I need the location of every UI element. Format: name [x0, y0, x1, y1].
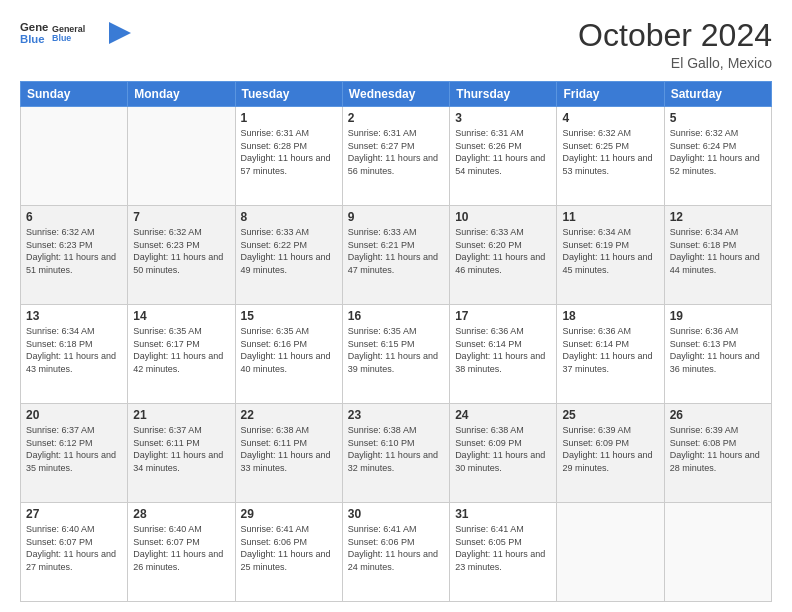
calendar-cell: 7Sunrise: 6:32 AMSunset: 6:23 PMDaylight… — [128, 206, 235, 305]
day-info: Sunrise: 6:39 AMSunset: 6:09 PMDaylight:… — [562, 424, 658, 474]
calendar-cell: 12Sunrise: 6:34 AMSunset: 6:18 PMDayligh… — [664, 206, 771, 305]
calendar-cell: 1Sunrise: 6:31 AMSunset: 6:28 PMDaylight… — [235, 107, 342, 206]
day-info: Sunrise: 6:32 AMSunset: 6:25 PMDaylight:… — [562, 127, 658, 177]
day-info: Sunrise: 6:40 AMSunset: 6:07 PMDaylight:… — [26, 523, 122, 573]
calendar-cell: 21Sunrise: 6:37 AMSunset: 6:11 PMDayligh… — [128, 404, 235, 503]
day-info: Sunrise: 6:35 AMSunset: 6:17 PMDaylight:… — [133, 325, 229, 375]
day-number: 20 — [26, 408, 122, 422]
subtitle: El Gallo, Mexico — [578, 55, 772, 71]
calendar-cell: 10Sunrise: 6:33 AMSunset: 6:20 PMDayligh… — [450, 206, 557, 305]
day-number: 1 — [241, 111, 337, 125]
calendar-cell — [557, 503, 664, 602]
day-info: Sunrise: 6:41 AMSunset: 6:06 PMDaylight:… — [348, 523, 444, 573]
calendar-cell: 2Sunrise: 6:31 AMSunset: 6:27 PMDaylight… — [342, 107, 449, 206]
calendar-cell: 30Sunrise: 6:41 AMSunset: 6:06 PMDayligh… — [342, 503, 449, 602]
day-number: 7 — [133, 210, 229, 224]
calendar-cell — [664, 503, 771, 602]
day-number: 12 — [670, 210, 766, 224]
day-info: Sunrise: 6:31 AMSunset: 6:26 PMDaylight:… — [455, 127, 551, 177]
day-info: Sunrise: 6:33 AMSunset: 6:22 PMDaylight:… — [241, 226, 337, 276]
day-number: 17 — [455, 309, 551, 323]
day-number: 14 — [133, 309, 229, 323]
header-saturday: Saturday — [664, 82, 771, 107]
svg-text:General: General — [20, 21, 48, 33]
day-info: Sunrise: 6:34 AMSunset: 6:18 PMDaylight:… — [26, 325, 122, 375]
header-friday: Friday — [557, 82, 664, 107]
day-number: 31 — [455, 507, 551, 521]
day-info: Sunrise: 6:41 AMSunset: 6:05 PMDaylight:… — [455, 523, 551, 573]
calendar-cell: 17Sunrise: 6:36 AMSunset: 6:14 PMDayligh… — [450, 305, 557, 404]
day-info: Sunrise: 6:41 AMSunset: 6:06 PMDaylight:… — [241, 523, 337, 573]
day-number: 8 — [241, 210, 337, 224]
calendar-cell: 26Sunrise: 6:39 AMSunset: 6:08 PMDayligh… — [664, 404, 771, 503]
day-info: Sunrise: 6:35 AMSunset: 6:15 PMDaylight:… — [348, 325, 444, 375]
calendar-cell: 5Sunrise: 6:32 AMSunset: 6:24 PMDaylight… — [664, 107, 771, 206]
header-tuesday: Tuesday — [235, 82, 342, 107]
calendar-cell: 23Sunrise: 6:38 AMSunset: 6:10 PMDayligh… — [342, 404, 449, 503]
header-monday: Monday — [128, 82, 235, 107]
calendar-cell: 29Sunrise: 6:41 AMSunset: 6:06 PMDayligh… — [235, 503, 342, 602]
day-info: Sunrise: 6:37 AMSunset: 6:12 PMDaylight:… — [26, 424, 122, 474]
calendar-week-row: 1Sunrise: 6:31 AMSunset: 6:28 PMDaylight… — [21, 107, 772, 206]
day-info: Sunrise: 6:40 AMSunset: 6:07 PMDaylight:… — [133, 523, 229, 573]
main-title: October 2024 — [578, 18, 772, 53]
calendar-cell: 22Sunrise: 6:38 AMSunset: 6:11 PMDayligh… — [235, 404, 342, 503]
day-info: Sunrise: 6:34 AMSunset: 6:18 PMDaylight:… — [670, 226, 766, 276]
day-info: Sunrise: 6:36 AMSunset: 6:14 PMDaylight:… — [455, 325, 551, 375]
calendar-cell: 11Sunrise: 6:34 AMSunset: 6:19 PMDayligh… — [557, 206, 664, 305]
day-number: 28 — [133, 507, 229, 521]
day-number: 10 — [455, 210, 551, 224]
calendar-cell: 24Sunrise: 6:38 AMSunset: 6:09 PMDayligh… — [450, 404, 557, 503]
svg-text:Blue: Blue — [52, 33, 71, 43]
day-number: 24 — [455, 408, 551, 422]
day-info: Sunrise: 6:38 AMSunset: 6:09 PMDaylight:… — [455, 424, 551, 474]
calendar-week-row: 6Sunrise: 6:32 AMSunset: 6:23 PMDaylight… — [21, 206, 772, 305]
calendar-cell: 18Sunrise: 6:36 AMSunset: 6:14 PMDayligh… — [557, 305, 664, 404]
day-number: 25 — [562, 408, 658, 422]
day-info: Sunrise: 6:31 AMSunset: 6:27 PMDaylight:… — [348, 127, 444, 177]
day-number: 23 — [348, 408, 444, 422]
day-info: Sunrise: 6:33 AMSunset: 6:21 PMDaylight:… — [348, 226, 444, 276]
day-number: 3 — [455, 111, 551, 125]
day-info: Sunrise: 6:38 AMSunset: 6:11 PMDaylight:… — [241, 424, 337, 474]
calendar-cell: 8Sunrise: 6:33 AMSunset: 6:22 PMDaylight… — [235, 206, 342, 305]
calendar-cell: 28Sunrise: 6:40 AMSunset: 6:07 PMDayligh… — [128, 503, 235, 602]
day-info: Sunrise: 6:36 AMSunset: 6:13 PMDaylight:… — [670, 325, 766, 375]
day-number: 30 — [348, 507, 444, 521]
calendar-cell: 31Sunrise: 6:41 AMSunset: 6:05 PMDayligh… — [450, 503, 557, 602]
svg-marker-5 — [109, 22, 131, 44]
calendar-table: Sunday Monday Tuesday Wednesday Thursday… — [20, 81, 772, 602]
calendar-cell: 3Sunrise: 6:31 AMSunset: 6:26 PMDaylight… — [450, 107, 557, 206]
day-info: Sunrise: 6:32 AMSunset: 6:23 PMDaylight:… — [26, 226, 122, 276]
svg-text:Blue: Blue — [20, 33, 45, 45]
calendar-cell — [128, 107, 235, 206]
day-number: 21 — [133, 408, 229, 422]
calendar-cell: 25Sunrise: 6:39 AMSunset: 6:09 PMDayligh… — [557, 404, 664, 503]
logo-svg: General Blue — [52, 18, 107, 48]
calendar-cell: 9Sunrise: 6:33 AMSunset: 6:21 PMDaylight… — [342, 206, 449, 305]
title-block: October 2024 El Gallo, Mexico — [578, 18, 772, 71]
day-info: Sunrise: 6:32 AMSunset: 6:24 PMDaylight:… — [670, 127, 766, 177]
calendar-cell: 20Sunrise: 6:37 AMSunset: 6:12 PMDayligh… — [21, 404, 128, 503]
calendar-cell: 6Sunrise: 6:32 AMSunset: 6:23 PMDaylight… — [21, 206, 128, 305]
calendar-cell: 27Sunrise: 6:40 AMSunset: 6:07 PMDayligh… — [21, 503, 128, 602]
day-info: Sunrise: 6:37 AMSunset: 6:11 PMDaylight:… — [133, 424, 229, 474]
day-number: 11 — [562, 210, 658, 224]
day-number: 2 — [348, 111, 444, 125]
day-number: 18 — [562, 309, 658, 323]
day-info: Sunrise: 6:33 AMSunset: 6:20 PMDaylight:… — [455, 226, 551, 276]
day-info: Sunrise: 6:36 AMSunset: 6:14 PMDaylight:… — [562, 325, 658, 375]
day-info: Sunrise: 6:34 AMSunset: 6:19 PMDaylight:… — [562, 226, 658, 276]
calendar-cell: 4Sunrise: 6:32 AMSunset: 6:25 PMDaylight… — [557, 107, 664, 206]
calendar-header-row: Sunday Monday Tuesday Wednesday Thursday… — [21, 82, 772, 107]
calendar-week-row: 13Sunrise: 6:34 AMSunset: 6:18 PMDayligh… — [21, 305, 772, 404]
day-number: 13 — [26, 309, 122, 323]
calendar-cell: 13Sunrise: 6:34 AMSunset: 6:18 PMDayligh… — [21, 305, 128, 404]
day-number: 26 — [670, 408, 766, 422]
header-wednesday: Wednesday — [342, 82, 449, 107]
day-number: 5 — [670, 111, 766, 125]
day-number: 27 — [26, 507, 122, 521]
day-info: Sunrise: 6:31 AMSunset: 6:28 PMDaylight:… — [241, 127, 337, 177]
day-number: 4 — [562, 111, 658, 125]
calendar-cell: 16Sunrise: 6:35 AMSunset: 6:15 PMDayligh… — [342, 305, 449, 404]
